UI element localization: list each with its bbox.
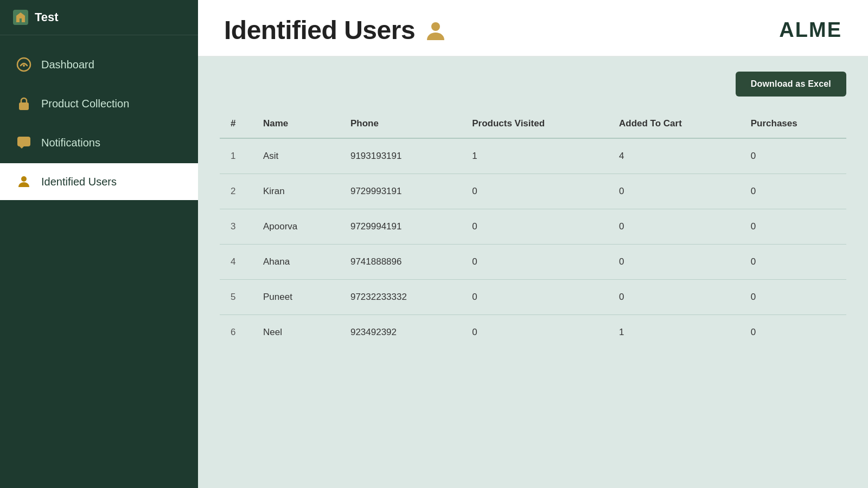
- table-row: 2Kiran9729993191000: [220, 174, 846, 209]
- svg-point-1: [23, 65, 25, 67]
- col-products-visited: Products Visited: [461, 110, 608, 138]
- cell-4: 0: [608, 174, 740, 209]
- page-title: Identified Users: [224, 15, 415, 45]
- col-name: Name: [252, 110, 340, 138]
- sidebar-item-notifications[interactable]: Notifications: [0, 124, 198, 161]
- cell-4: 4: [608, 138, 740, 174]
- svg-rect-3: [17, 137, 30, 146]
- cell-5: 0: [740, 245, 846, 280]
- app-title: Test: [35, 10, 59, 24]
- cell-3: 0: [461, 209, 608, 245]
- cell-0: 2: [220, 174, 252, 209]
- content-area: Download as Excel # Name Phone Products …: [198, 56, 868, 488]
- cell-3: 0: [461, 245, 608, 280]
- col-added-to-cart: Added To Cart: [608, 110, 740, 138]
- svg-point-5: [21, 176, 27, 182]
- table-row: 1Asit9193193191140: [220, 138, 846, 174]
- user-icon: [15, 173, 33, 190]
- cell-3: 0: [461, 174, 608, 209]
- cell-0: 1: [220, 138, 252, 174]
- main-title-area: Identified Users: [224, 15, 448, 45]
- cell-0: 5: [220, 280, 252, 315]
- main-header: Identified Users ALME: [198, 0, 868, 56]
- col-purchases: Purchases: [740, 110, 846, 138]
- svg-marker-4: [20, 146, 24, 149]
- users-table: # Name Phone Products Visited Added To C…: [220, 110, 846, 350]
- cell-1: Asit: [252, 138, 340, 174]
- cell-5: 0: [740, 174, 846, 209]
- cell-3: 0: [461, 280, 608, 315]
- sidebar-nav: Dashboard Product Collection: [0, 35, 198, 211]
- dashboard-icon: [15, 56, 33, 73]
- cell-3: 1: [461, 138, 608, 174]
- cell-4: 0: [608, 280, 740, 315]
- table-row: 6Neel923492392010: [220, 315, 846, 350]
- cell-2: 97232233332: [340, 280, 461, 315]
- toolbar: Download as Excel: [220, 72, 846, 97]
- lock-icon: [15, 95, 33, 112]
- users-table-body: 1Asit91931931911402Kiran97299931910003Ap…: [220, 138, 846, 350]
- cell-4: 0: [608, 245, 740, 280]
- table-row: 3Apoorva9729994191000: [220, 209, 846, 245]
- cell-5: 0: [740, 280, 846, 315]
- cell-1: Ahana: [252, 245, 340, 280]
- cell-2: 9193193191: [340, 138, 461, 174]
- cell-5: 0: [740, 209, 846, 245]
- chat-icon: [15, 134, 33, 151]
- cell-3: 0: [461, 315, 608, 350]
- sidebar-header: Test: [0, 0, 198, 35]
- table-row: 4Ahana9741888896000: [220, 245, 846, 280]
- cell-1: Kiran: [252, 174, 340, 209]
- cell-1: Apoorva: [252, 209, 340, 245]
- cell-1: Neel: [252, 315, 340, 350]
- svg-rect-2: [19, 102, 29, 110]
- sidebar-item-dashboard-label: Dashboard: [41, 59, 94, 71]
- table-row: 5Puneet97232233332000: [220, 280, 846, 315]
- col-phone: Phone: [340, 110, 461, 138]
- cell-5: 0: [740, 315, 846, 350]
- app-logo-icon: [13, 10, 28, 25]
- sidebar-item-identified-users[interactable]: Identified Users: [0, 163, 198, 200]
- download-excel-button[interactable]: Download as Excel: [736, 72, 846, 97]
- cell-2: 923492392: [340, 315, 461, 350]
- cell-0: 3: [220, 209, 252, 245]
- cell-5: 0: [740, 138, 846, 174]
- cell-0: 6: [220, 315, 252, 350]
- cell-1: Puneet: [252, 280, 340, 315]
- main-content: Identified Users ALME Download as Excel …: [198, 0, 868, 488]
- cell-0: 4: [220, 245, 252, 280]
- sidebar-item-dashboard[interactable]: Dashboard: [0, 46, 198, 83]
- sidebar-item-product-collection[interactable]: Product Collection: [0, 85, 198, 122]
- cell-2: 9741888896: [340, 245, 461, 280]
- page-title-user-icon: [424, 18, 448, 42]
- cell-2: 9729993191: [340, 174, 461, 209]
- col-num: #: [220, 110, 252, 138]
- cell-4: 1: [608, 315, 740, 350]
- cell-2: 9729994191: [340, 209, 461, 245]
- sidebar-item-identified-users-label: Identified Users: [41, 176, 117, 188]
- sidebar: Test Dashboard Product Collection: [0, 0, 198, 488]
- sidebar-item-notifications-label: Notifications: [41, 137, 100, 149]
- table-header-row: # Name Phone Products Visited Added To C…: [220, 110, 846, 138]
- brand-logo: ALME: [779, 18, 842, 42]
- svg-point-6: [431, 22, 440, 31]
- sidebar-item-product-collection-label: Product Collection: [41, 98, 129, 110]
- cell-4: 0: [608, 209, 740, 245]
